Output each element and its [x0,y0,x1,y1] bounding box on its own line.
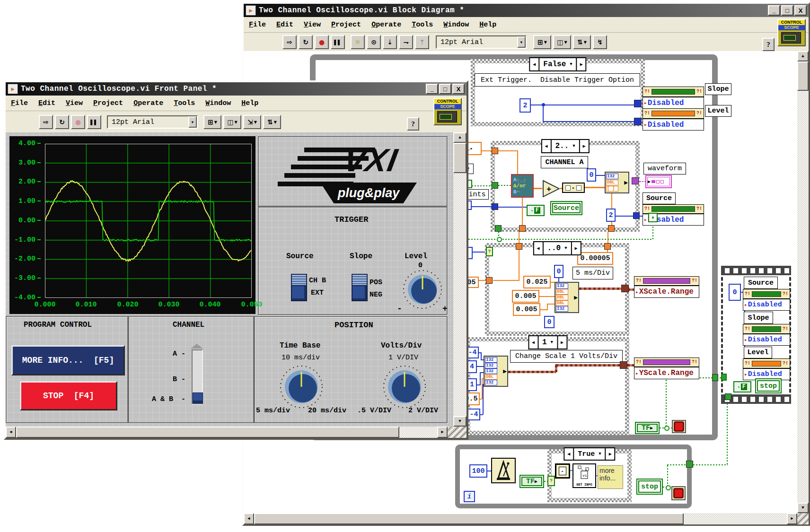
bundle-node[interactable]: I32 I32 I32 DBL I32 ▶ [484,356,508,387]
retain-wire-values-button[interactable]: ⊙ [367,35,381,49]
case-next-icon[interactable]: ▶ [558,336,566,349]
menu-operate[interactable]: Operate [366,21,406,29]
constant-0-005[interactable]: 0.005 [512,290,539,303]
timebase-comment[interactable]: 5 ms/Div [572,267,613,279]
close-button[interactable]: X [452,84,465,94]
scroll-down-icon[interactable]: ▼ [453,416,467,427]
menu-help[interactable]: Help [474,21,502,29]
case-structure-false[interactable]: ◀ False▼ ▶ Ext Trigger. Disable Trigger … [471,59,645,126]
scroll-right-icon[interactable]: ► [437,427,448,438]
run-button[interactable]: ⇨ [282,35,297,49]
case-next-icon[interactable]: ▶ [572,242,581,254]
menu-operate[interactable]: Operate [128,99,168,107]
slope-disabled-value[interactable]: ▸Disabled [643,97,704,109]
case-structure-volts[interactable]: ◀ 1▼ ▶ Change Scale 1 Volts/Div -4 4 1 0… [466,337,629,435]
yscale-property-strip[interactable]: ?!?! [634,358,699,367]
time-base-knob[interactable] [279,364,324,410]
case-next-icon[interactable]: ▶ [580,140,589,152]
bd-title-bar[interactable]: ▶ Two Channel Oscilloscope.vi Block Diag… [244,4,809,17]
case-prev-icon[interactable]: ◀ [534,242,542,254]
open-vi-reference-icon[interactable]: ▸ [555,463,570,479]
fp-horizontal-scrollbar[interactable]: ◄ ► [6,427,448,438]
seq-slope-disabled[interactable]: ▸Disabled [743,334,790,346]
highlight-execution-button[interactable]: ☼ [351,35,365,49]
font-selector[interactable]: 12pt Arial ▼ [107,115,198,129]
more-info-comment[interactable]: more info... [598,465,623,489]
run-button[interactable]: ⇨ [39,115,53,129]
case-structure-channel-a[interactable]: ◀ 2..▼ ▶ CHANNEL A A┐_┌ &/or B~ + [491,141,640,232]
seq-stop-local-variable[interactable]: stop [755,378,782,393]
fp-hscroll-thumb[interactable] [16,427,399,438]
bd-help-button[interactable]: ? [762,38,775,51]
abort-button[interactable]: ● [315,35,329,49]
step-over-button[interactable]: ⇁ [399,35,413,49]
bd-horizontal-scrollbar[interactable]: ◄ ► [244,513,797,524]
scroll-left-icon[interactable]: ◄ [244,513,254,524]
case-structure-timebase[interactable]: ◀ ..0▼ ▶ ? 0.00005 5 ms/Div 0 0.025 0.00… [485,243,629,336]
xscale-property-strip[interactable]: ?!?! [634,276,699,286]
case-channel-selector[interactable]: ◀ 2..▼ ▶ [541,139,589,153]
menu-help[interactable]: Help [236,99,264,107]
stop-button-terminal[interactable] [672,420,686,433]
distribute-objects-button[interactable]: ◫▼ [223,115,241,129]
step-into-button[interactable]: ⇣ [383,35,397,49]
bd-vertical-scrollbar[interactable]: ▲ ▼ [797,51,809,513]
menu-project[interactable]: Project [326,21,366,29]
level-property-strip[interactable]: ?!?! [643,108,704,119]
source-local-variable[interactable]: Source [550,201,582,215]
scroll-down-icon[interactable]: ▼ [797,503,809,513]
menu-file[interactable]: File [6,99,33,107]
numeric-constant-2[interactable]: 2 [519,98,531,113]
menu-view[interactable]: View [61,99,88,107]
wait-ms-multiple-icon[interactable] [491,458,516,483]
run-continuous-button[interactable]: ↻ [299,35,313,49]
numeric-constant-0[interactable]: 0 [587,168,596,182]
maximize-button[interactable]: □ [781,5,793,16]
channel-a-comment[interactable]: CHANNEL A [541,156,588,168]
fp-vertical-scrollbar[interactable]: ▲ ▼ [453,132,467,427]
reorder-button[interactable]: ⇅▼ [573,35,591,49]
loop-condition-icon[interactable]: ▲ [648,213,658,222]
fp-vi-icon-badge[interactable]: CONTROL SCOPE [433,98,462,125]
add-function-icon[interactable]: + [542,180,560,198]
bundle-node[interactable]: I32 DBL DBL DBL I32 ▶ [555,282,579,313]
align-objects-button[interactable]: ⊞▼ [203,115,221,129]
menu-window[interactable]: Window [438,21,474,29]
scroll-up-icon[interactable]: ▲ [797,51,809,61]
menu-tools[interactable]: Tools [168,99,200,107]
get-info-vi-icon[interactable]: vi GET INFO [572,463,596,488]
pause-button[interactable]: ▌▌ [87,115,101,129]
case-structure-true[interactable]: ◀ True▼ ▶ ▸ vi GET INFO more info... [547,449,632,502]
yscale-range-node[interactable]: ▸YScale.Range [634,367,699,379]
more-info-button[interactable]: MORE INFO... [F5] [11,345,125,375]
constant-1[interactable]: 1 [467,378,477,391]
distribute-objects-button[interactable]: ◫▼ [553,35,571,49]
tf-local-variable[interactable]: TF▶ [635,422,660,434]
numeric-constant-0b[interactable]: 0 [544,316,555,328]
seq-level-strip[interactable]: ?!?! [743,358,790,368]
case-prev-icon[interactable]: ◀ [530,58,538,70]
constant-0-025[interactable]: 0.025 [523,276,551,288]
bd-vscroll-thumb[interactable] [797,61,809,91]
case-prev-icon[interactable]: ◀ [529,336,537,349]
volts-div-knob[interactable] [382,364,427,410]
channel-slider-handle[interactable] [193,392,203,404]
run-continuous-button[interactable]: ↻ [55,115,69,129]
menu-view[interactable]: View [299,21,326,29]
numeric-constant-0[interactable]: 0 [554,265,563,278]
volts-comment[interactable]: Change Scale 1 Volts/Div [510,350,623,363]
menu-project[interactable]: Project [88,99,128,107]
build-array-icon[interactable]: ▸ [562,183,585,193]
scroll-right-icon[interactable]: ► [787,513,797,524]
fp-help-button[interactable]: ? [407,117,419,131]
stop-button[interactable]: STOP [F4] [20,381,117,410]
constant-100[interactable]: 100 [469,464,487,478]
numeric-constant-0[interactable]: 0 [729,284,741,301]
align-objects-button[interactable]: ⊞▼ [533,35,551,49]
case-false-comment[interactable]: Ext Trigger. Disable Trigger Option [475,73,640,87]
stop-local-variable-timer[interactable]: stop [636,479,663,495]
case-timebase-selector[interactable]: ◀ ..0▼ ▶ [533,241,581,255]
font-dropdown-icon[interactable]: ▼ [517,36,526,48]
scroll-up-icon[interactable]: ▲ [453,132,467,143]
trigger-slope-switch[interactable] [352,274,368,301]
